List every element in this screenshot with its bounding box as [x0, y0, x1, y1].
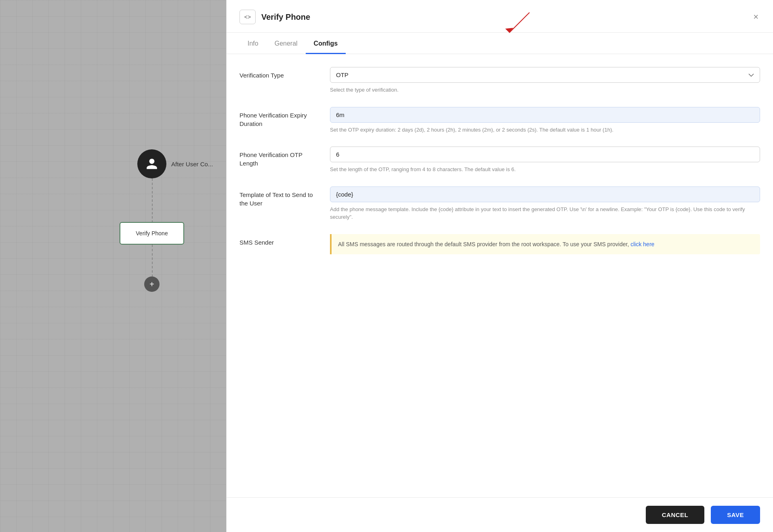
expiry-duration-hint: Set the OTP expiry duration: 2 days (2d)… [330, 126, 760, 134]
verification-type-field: OTP Magic Link Select the type of verifi… [330, 67, 760, 94]
form-row-verification-type: Verification Type OTP Magic Link Select … [239, 67, 760, 94]
sms-sender-field: All SMS messages are routed through the … [330, 234, 760, 254]
add-node-button[interactable]: + [144, 276, 160, 292]
otp-length-field: Set the length of the OTP, ranging from … [330, 147, 760, 174]
form-row-sms-sender: SMS Sender All SMS messages are routed t… [239, 234, 760, 254]
tab-info[interactable]: Info [239, 33, 267, 54]
verification-type-select[interactable]: OTP Magic Link [330, 67, 760, 83]
verify-phone-node-label: Verify Phone [136, 230, 168, 237]
verification-type-label: Verification Type [239, 67, 320, 80]
sms-sender-label: SMS Sender [239, 234, 320, 247]
tab-area: Info General Configs [227, 33, 773, 54]
panel-header-left: <> Verify Phone [239, 10, 310, 24]
sms-notice-text: All SMS messages are routed through the … [338, 241, 630, 247]
verification-type-hint: Select the type of verification. [330, 86, 760, 94]
panel-title: Verify Phone [261, 13, 310, 22]
sms-notice: All SMS messages are routed through the … [330, 234, 760, 254]
tab-configs[interactable]: Configs [306, 33, 346, 54]
user-node-label: After User Co... [171, 161, 213, 168]
panel-footer: CANCEL SAVE [227, 497, 773, 532]
user-node: After User Co... [137, 149, 213, 178]
tab-general[interactable]: General [267, 33, 306, 54]
dashed-connector-1 [152, 178, 153, 223]
tabs: Info General Configs [227, 33, 773, 54]
template-input[interactable] [330, 186, 760, 202]
expiry-duration-label: Phone Verification Expiry Duration [239, 107, 320, 128]
expiry-duration-field: Set the OTP expiry duration: 2 days (2d)… [330, 107, 760, 134]
template-hint: Add the phone message template. Include … [330, 205, 760, 221]
panel-content: Verification Type OTP Magic Link Select … [227, 54, 773, 497]
save-button[interactable]: SAVE [711, 506, 760, 524]
panel-header: <> Verify Phone × [227, 0, 773, 33]
form-row-otp-length: Phone Verification OTP Length Set the le… [239, 147, 760, 174]
otp-length-hint: Set the length of the OTP, ranging from … [330, 165, 760, 174]
otp-length-input[interactable] [330, 147, 760, 162]
form-row-expiry-duration: Phone Verification Expiry Duration Set t… [239, 107, 760, 134]
code-icon: <> [239, 10, 256, 24]
close-button[interactable]: × [752, 11, 760, 23]
template-label: Template of Text to Send to the User [239, 186, 320, 207]
verify-phone-node[interactable]: Verify Phone [120, 222, 184, 245]
form-row-template: Template of Text to Send to the User Add… [239, 186, 760, 221]
expiry-duration-input[interactable] [330, 107, 760, 123]
canvas-area: After User Co... Verify Phone + [0, 0, 226, 532]
template-field: Add the phone message template. Include … [330, 186, 760, 221]
config-panel: <> Verify Phone × Info General Configs [226, 0, 773, 532]
dashed-connector-2 [152, 245, 153, 277]
cancel-button[interactable]: CANCEL [646, 506, 705, 524]
sms-notice-link[interactable]: click here [630, 241, 654, 247]
user-avatar [137, 149, 166, 178]
otp-length-label: Phone Verification OTP Length [239, 147, 320, 168]
